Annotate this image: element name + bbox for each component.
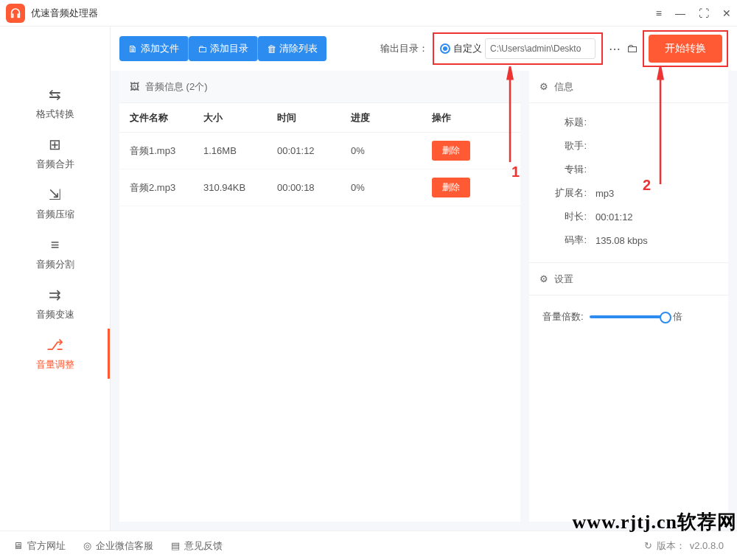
table-row[interactable]: 音频1.mp3 1.16MB 00:01:12 0% 删除 — [119, 133, 520, 169]
minimize-icon[interactable]: — — [675, 7, 685, 19]
info-panel: 信息 标题: 歌手: 专辑: 扩展名:mp3 时长:00:01:12 码率:13… — [529, 71, 728, 522]
col-name: 文件名称 — [130, 111, 203, 125]
custom-label: 自定义 — [453, 42, 482, 55]
sidebar: ⇆格式转换 ⊞音频合并 ⇲音频压缩 ≡音频分割 ⇉音频变速 ⎇音量调整 — [0, 27, 111, 531]
convert-icon: ⇆ — [49, 85, 61, 103]
table-header-row: 文件名称 大小 时间 进度 操作 — [119, 103, 520, 133]
settings-header: 设置 — [529, 263, 728, 295]
menu-icon[interactable]: ≡ — [656, 7, 662, 19]
sidebar-item-split[interactable]: ≡音频分割 — [0, 228, 110, 279]
volume-slider[interactable] — [590, 315, 667, 318]
col-time: 时间 — [277, 111, 351, 125]
version-info: ↻版本：v2.0.8.0 — [644, 539, 724, 553]
sidebar-item-speed[interactable]: ⇉音频变速 — [0, 279, 110, 329]
add-file-button[interactable]: 🗎添加文件 — [119, 36, 189, 61]
clear-list-button[interactable]: 🗑清除列表 — [258, 36, 326, 61]
official-site-link[interactable]: 🖥官方网址 — [13, 539, 66, 553]
more-icon[interactable]: ⋯ — [609, 42, 621, 56]
feedback-link[interactable]: ▤意见反馈 — [171, 539, 223, 553]
sidebar-item-label: 音频合并 — [36, 158, 74, 171]
volume-unit: 倍 — [673, 310, 682, 323]
sidebar-item-label: 音频压缩 — [36, 208, 74, 221]
merge-icon: ⊞ — [49, 136, 61, 153]
file-icon: 🗎 — [128, 43, 138, 55]
globe-icon: 🖥 — [13, 540, 23, 551]
output-label: 输出目录： — [380, 42, 428, 55]
close-icon[interactable]: ✕ — [722, 7, 731, 19]
info-header: 信息 — [529, 71, 728, 103]
maximize-icon[interactable]: ⛶ — [699, 7, 709, 19]
speed-icon: ⇉ — [49, 286, 61, 304]
annotation-arrow-2 — [652, 66, 669, 192]
app-title: 优速音频处理器 — [31, 7, 656, 20]
annotation-1: 1 — [511, 164, 520, 181]
titlebar: 优速音频处理器 ≡ — ⛶ ✕ — [0, 0, 737, 27]
output-directory-area: 自定义 — [433, 32, 603, 65]
custom-radio[interactable] — [440, 43, 450, 54]
trash-icon: 🗑 — [267, 43, 276, 55]
gear-icon — [539, 273, 548, 284]
split-icon: ≡ — [51, 237, 60, 253]
sidebar-item-format[interactable]: ⇆格式转换 — [0, 78, 110, 128]
browse-folder-icon[interactable]: 🗀 — [626, 42, 638, 55]
wechat-icon: ◎ — [83, 540, 91, 551]
volume-label: 音量倍数: — [542, 310, 584, 323]
refresh-icon[interactable]: ↻ — [644, 540, 652, 551]
start-area: 开始转换 — [643, 30, 728, 67]
footer: 🖥官方网址 ◎企业微信客服 ▤意见反馈 ↻版本：v2.0.8.0 — [0, 531, 737, 560]
sidebar-item-label: 格式转换 — [36, 108, 74, 121]
sidebar-item-merge[interactable]: ⊞音频合并 — [0, 128, 110, 178]
col-action: 操作 — [432, 111, 483, 125]
start-convert-button[interactable]: 开始转换 — [649, 35, 722, 63]
sidebar-item-label: 音量调整 — [36, 358, 74, 371]
file-list-panel: 🖼音频信息 (2个) 文件名称 大小 时间 进度 操作 音频1.mp3 1.16… — [119, 71, 520, 522]
gear-icon — [539, 81, 548, 92]
sidebar-item-volume[interactable]: ⎇音量调整 — [0, 329, 110, 379]
col-progress: 进度 — [351, 111, 432, 125]
image-icon: 🖼 — [130, 81, 139, 92]
watermark: www.rjtj.cn软荐网 — [573, 509, 737, 535]
sidebar-item-label: 音频变速 — [36, 308, 74, 321]
annotation-arrow-1 — [501, 66, 519, 169]
delete-button[interactable]: 删除 — [432, 141, 470, 161]
col-size: 大小 — [203, 111, 277, 125]
table-row[interactable]: 音频2.mp3 310.94KB 00:00:18 0% 删除 — [119, 169, 520, 206]
folder-icon: 🗀 — [198, 43, 207, 55]
toolbar: 🗎添加文件 🗀添加目录 🗑清除列表 输出目录： 自定义 ⋯ 🗀 开始转换 — [111, 27, 737, 71]
sidebar-item-label: 音频分割 — [36, 258, 74, 271]
volume-slider-row: 音量倍数: 倍 — [529, 295, 728, 338]
wechat-support-link[interactable]: ◎企业微信客服 — [83, 539, 153, 553]
compress-icon: ⇲ — [49, 186, 61, 203]
annotation-2: 2 — [643, 177, 651, 194]
sidebar-item-compress[interactable]: ⇲音频压缩 — [0, 178, 110, 228]
app-logo — [6, 4, 25, 23]
volume-icon: ⎇ — [46, 336, 63, 354]
output-path-input[interactable] — [485, 38, 595, 59]
feedback-icon: ▤ — [171, 540, 180, 551]
file-list-header: 🖼音频信息 (2个) — [119, 71, 520, 103]
add-folder-button[interactable]: 🗀添加目录 — [189, 36, 258, 61]
delete-button[interactable]: 删除 — [432, 178, 470, 197]
